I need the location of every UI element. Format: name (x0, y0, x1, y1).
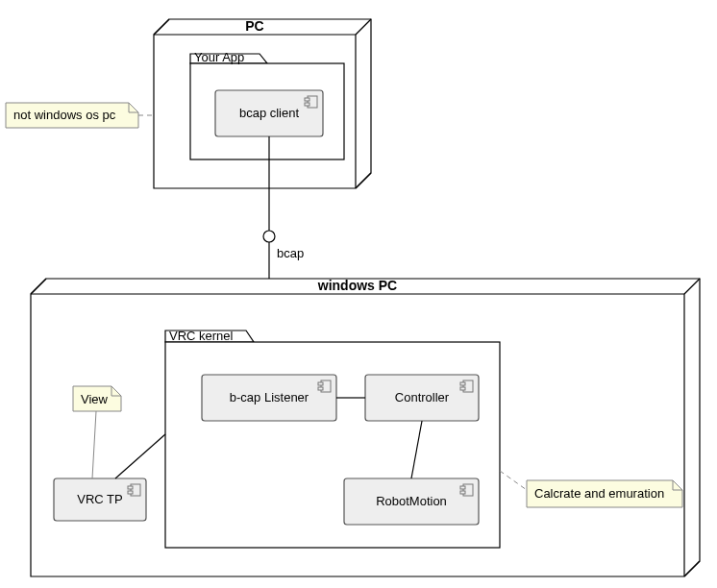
package-vrc-kernel-title: VRC kernel (169, 329, 234, 343)
note-calc-text: Calcrate and emuration (534, 486, 664, 501)
component-bcap-client: bcap client (215, 90, 323, 136)
node-windows-pc-title: windows PC (317, 278, 397, 293)
interface-bcap-label: bcap (277, 246, 304, 260)
svg-rect-24 (318, 387, 323, 390)
node-pc-title: PC (245, 18, 263, 34)
svg-rect-36 (128, 491, 133, 494)
note-view-text: View (81, 392, 109, 406)
interface-bcap-lollipop (263, 231, 275, 242)
component-controller-label: Controller (395, 390, 450, 404)
svg-rect-10 (305, 98, 309, 101)
note-not-windows-text: not windows os pc (13, 108, 116, 122)
svg-rect-28 (460, 387, 465, 390)
note-calc: Calcrate and emuration (527, 480, 682, 507)
component-vrc-tp: VRC TP (54, 478, 146, 521)
svg-rect-27 (460, 382, 465, 385)
svg-rect-11 (305, 103, 309, 106)
note-not-windows: not windows os pc (6, 103, 138, 128)
component-bcap-listener-label: b-cap Listener (230, 390, 309, 404)
component-vrc-tp-label: VRC TP (77, 492, 122, 506)
diagram-canvas: PC Your App bcap client not windows os p… (0, 0, 717, 588)
svg-rect-31 (460, 486, 465, 489)
component-robot-motion: RobotMotion (344, 478, 479, 525)
component-bcap-client-label: bcap client (239, 106, 300, 120)
note-view: View (73, 386, 121, 411)
component-controller: Controller (365, 375, 479, 421)
svg-rect-23 (318, 382, 323, 385)
component-robot-motion-label: RobotMotion (376, 494, 447, 508)
svg-rect-35 (128, 486, 133, 489)
package-your-app-title: Your App (194, 50, 244, 64)
component-bcap-listener: b-cap Listener (202, 375, 336, 421)
svg-rect-32 (460, 491, 465, 494)
